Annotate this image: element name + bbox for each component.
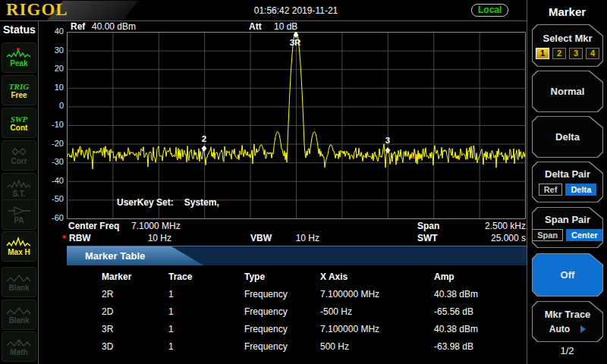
cell-trace: 1 <box>168 289 174 300</box>
blank-trace-icon <box>6 306 32 316</box>
cell-type: Frequency <box>244 324 288 334</box>
span-pair-key[interactable]: Span Pair Span Center <box>532 207 603 248</box>
rbw-value[interactable]: 10 Hz <box>122 233 171 243</box>
cell-xaxis: 500 Hz <box>320 341 349 352</box>
math-icon <box>6 337 32 348</box>
span-value[interactable]: 2.500 kHz <box>433 221 526 231</box>
marker-2-label: 2 <box>202 134 206 143</box>
vbw-value[interactable]: 10 Hz <box>270 233 319 243</box>
status-item-label: Free <box>11 91 27 99</box>
delta-pair-ref-toggle[interactable]: Ref <box>539 184 563 196</box>
userkey-value: System, <box>184 197 219 208</box>
swp-icon: SWP <box>11 115 28 124</box>
status-item-blank-1: Blank <box>2 267 36 297</box>
status-item-blank-2: Blank <box>2 300 36 330</box>
max-hold-icon <box>6 237 32 248</box>
cell-trace: 1 <box>168 341 174 352</box>
y-axis-tick: 0 <box>39 101 64 110</box>
status-item-label: PA <box>14 216 24 224</box>
marker-table: Marker Trace Type X Axis Amp 2R 1 Freque… <box>67 271 527 364</box>
off-key[interactable]: Off <box>532 253 603 297</box>
status-item-sweep-time: S.T. <box>2 173 36 203</box>
cell-xaxis: 7.100000 MHz <box>320 289 379 300</box>
marker-3-button[interactable]: 3 <box>569 48 583 59</box>
cell-xaxis: -500 Hz <box>320 306 352 317</box>
y-axis-tick: -40 <box>39 176 64 185</box>
span-pair-span-toggle[interactable]: Span <box>532 229 563 241</box>
status-item-label: Math <box>10 348 27 356</box>
status-item-label: Corr <box>11 157 27 165</box>
corr-icon <box>6 146 32 157</box>
mkr-trace-key[interactable]: Mkr Trace Auto <box>532 301 603 342</box>
delta-pair-key[interactable]: Delta Pair Ref Delta <box>532 162 603 202</box>
status-item-preamp: PA <box>2 199 36 230</box>
y-axis-tick: 40 <box>39 27 64 36</box>
local-button[interactable]: Local <box>471 4 508 17</box>
column-header: Marker <box>102 271 131 282</box>
column-header: Type <box>244 271 265 282</box>
ref-value: 40.00 dBm <box>92 21 136 32</box>
spectrum-analyzer-screen: RIGOL 01:56:42 2019-11-21 Local Status P… <box>0 0 607 364</box>
cell-amp: -65.56 dB <box>434 306 473 317</box>
marker-table-title: Marker Table <box>85 250 145 262</box>
userkey-label: UserKey Set: <box>117 197 174 208</box>
cell-marker: 3R <box>102 324 113 334</box>
center-freq-label: Center Freq <box>68 221 119 231</box>
select-mkr-label: Select Mkr <box>543 33 592 44</box>
y-axis-tick: 30 <box>39 46 64 55</box>
uncal-indicator: * <box>62 233 66 244</box>
center-freq-value[interactable]: 7.1000 MHz <box>131 221 181 231</box>
att-value: 10 dB <box>274 21 297 32</box>
cell-type: Frequency <box>244 341 288 352</box>
menu-title: Marker <box>527 5 607 18</box>
marker-2-diamond <box>202 146 207 152</box>
status-item-label: Cont <box>11 124 28 132</box>
off-label: Off <box>561 269 575 281</box>
normal-key[interactable]: Normal <box>532 71 603 112</box>
cell-type: Frequency <box>244 289 288 300</box>
status-title: Status <box>3 24 36 36</box>
display-area: Ref 40.00 dBm Att 10 dB 403020100-10-20-… <box>39 21 527 364</box>
userkey-message: UserKey Set:System, <box>117 197 219 208</box>
cell-amp: 40.38 dBm <box>434 324 478 334</box>
sweep-time-icon <box>6 179 32 190</box>
preamp-icon <box>6 206 32 216</box>
delta-pair-label: Delta Pair <box>545 168 590 180</box>
y-axis-tick: 20 <box>39 64 64 73</box>
status-item-label: S.T. <box>12 190 25 198</box>
cell-trace: 1 <box>168 324 174 334</box>
cell-marker: 2D <box>102 306 113 317</box>
status-item-label: Blank <box>8 316 29 325</box>
y-axis-tick: -60 <box>39 213 64 222</box>
blank-trace-icon <box>6 273 32 284</box>
delta-label: Delta <box>555 131 580 143</box>
softkey-menu: Marker Select Mkr 1 2 3 4 Normal Delta D… <box>527 0 607 364</box>
rigol-logo: RIGOL <box>6 0 68 20</box>
datetime-display: 01:56:42 2019-11-21 <box>67 5 525 16</box>
marker-3-diamond <box>385 147 391 153</box>
select-mkr-key[interactable]: Select Mkr 1 2 3 4 <box>532 24 603 67</box>
cell-marker: 3D <box>102 341 113 352</box>
cell-type: Frequency <box>244 306 288 317</box>
ref-label: Ref <box>71 21 85 32</box>
span-pair-center-toggle[interactable]: Center <box>566 229 603 241</box>
delta-key[interactable]: Delta <box>532 116 603 158</box>
status-item-label: Peak <box>10 59 27 67</box>
marker-2-button[interactable]: 2 <box>552 48 566 59</box>
span-pair-label: Span Pair <box>545 214 590 225</box>
status-item-label: Blank <box>8 284 29 292</box>
column-header: X Axis <box>320 271 348 282</box>
marker-table-bar: Marker Table <box>67 246 527 265</box>
cell-amp: 40.38 dBm <box>434 289 478 300</box>
marker-1-button[interactable]: 1 <box>536 48 549 59</box>
status-item-math: Math <box>2 331 36 362</box>
swt-value[interactable]: 25.000 s <box>433 233 526 243</box>
vbw-label: VBW <box>250 233 272 243</box>
delta-pair-delta-toggle[interactable]: Delta <box>565 184 596 196</box>
cell-xaxis: 7.100000 MHz <box>320 324 379 334</box>
marker-4-button[interactable]: 4 <box>586 48 599 59</box>
status-item-peak: Peak <box>2 42 36 73</box>
top-bar: RIGOL 01:56:42 2019-11-21 Local <box>0 0 527 21</box>
column-header: Amp <box>434 271 454 282</box>
marker-select-row: 1 2 3 4 <box>536 48 599 59</box>
